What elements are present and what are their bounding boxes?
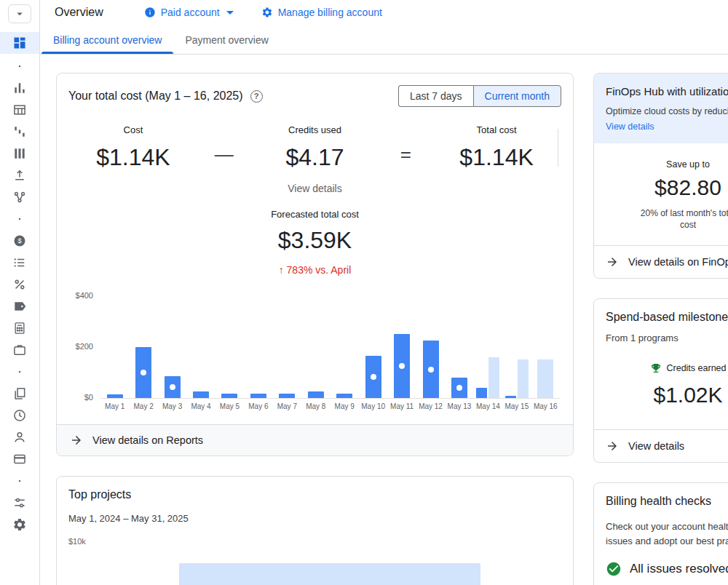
- total-value: $1.14K: [459, 144, 533, 171]
- bar-marker: [428, 367, 434, 373]
- nav-collapse-button[interactable]: [8, 4, 31, 23]
- health-checks-card: Billing health checks Check out your acc…: [593, 482, 728, 585]
- chart-column: May 4: [186, 296, 215, 414]
- cost-value: $1.14K: [96, 144, 170, 171]
- rail-item-tune[interactable]: [0, 493, 39, 512]
- content-area: Overview Paid account Manage billing acc…: [40, 0, 728, 585]
- credits-earned-row: Credits earned: [606, 362, 728, 374]
- chart-column: May 5: [215, 296, 244, 414]
- rail-item-list[interactable]: [0, 253, 39, 272]
- milestones-header: Spend-based milestones From 1 programs: [594, 299, 728, 343]
- finops-card-header: FinOps Hub with utilization insights Opt…: [594, 73, 728, 143]
- rail-item-dollar[interactable]: $: [0, 231, 39, 250]
- main-content: Your total cost (May 1 – 16, 2025) ? Las…: [40, 55, 728, 585]
- tune-icon: [12, 496, 27, 510]
- chart-column: May 6: [244, 296, 272, 414]
- bar-marker: [371, 374, 376, 380]
- credits-earned-value: $1.02K: [606, 383, 728, 407]
- rail-item-table[interactable]: [0, 100, 39, 119]
- chart-column: May 14: [474, 296, 502, 414]
- actual-bar: [336, 394, 352, 398]
- forecast-bar: [488, 357, 499, 398]
- rail-item-tag[interactable]: [0, 297, 39, 316]
- forecast-bar: [518, 359, 529, 398]
- left-nav-rail: $: [0, 0, 40, 585]
- rail-item-waterfall[interactable]: [0, 122, 39, 141]
- finops-view-details-link[interactable]: View details: [606, 122, 728, 132]
- credits-view-details-link[interactable]: View details: [288, 183, 341, 194]
- tab-payment-overview[interactable]: Payment overview: [173, 25, 280, 54]
- minus-operator: —: [210, 143, 239, 166]
- chart-column: May 7: [273, 296, 301, 414]
- rail-item-clock[interactable]: [0, 406, 39, 425]
- equals-operator: =: [391, 143, 420, 166]
- rail-item-bar-chart[interactable]: [0, 79, 39, 98]
- view-details-on-reports[interactable]: View details on Reports: [57, 424, 573, 455]
- tab-billing-account-overview[interactable]: Billing account overview: [41, 25, 173, 54]
- columns-icon: [12, 146, 27, 161]
- actual-bar: [165, 376, 181, 398]
- x-axis-label: May 3: [162, 398, 182, 414]
- forecast-bar: [537, 359, 553, 398]
- rail-item-export[interactable]: [0, 166, 39, 185]
- save-value: $82.80: [606, 175, 728, 200]
- dollar-icon: $: [12, 234, 27, 248]
- arrow-forward-icon: [606, 255, 619, 268]
- dot-icon: [15, 62, 24, 71]
- dot-icon: [15, 215, 24, 223]
- x-axis-label: May 2: [134, 398, 154, 414]
- x-axis-label: May 11: [390, 398, 414, 414]
- chevron-down-icon: [13, 7, 26, 20]
- milestones-footer-label: View details: [628, 440, 684, 452]
- percent-icon: [12, 277, 27, 292]
- dropdown-caret-icon: [226, 11, 234, 15]
- finops-footer-link[interactable]: View details on FinOps Hub: [594, 245, 728, 278]
- finops-hub-card: FinOps Hub with utilization insights Opt…: [593, 73, 728, 279]
- info-icon: [144, 7, 156, 18]
- rail-item-gear[interactable]: [0, 515, 39, 534]
- chart-baseline: [100, 398, 560, 399]
- rail-item-card[interactable]: [0, 450, 39, 469]
- help-icon[interactable]: ?: [250, 90, 263, 103]
- milestones-footer-link[interactable]: View details: [594, 429, 728, 462]
- daily-cost-plot: May 1May 2May 3May 4May 5May 6May 7May 8…: [100, 296, 560, 414]
- calculator-icon: [12, 321, 27, 335]
- gear-icon: [12, 517, 27, 532]
- arrow-forward-icon: [70, 434, 83, 447]
- x-axis-label: May 12: [419, 398, 443, 414]
- forecast-label: Forecasted total cost: [271, 209, 359, 220]
- tag-icon: [12, 299, 27, 314]
- milestones-title: Spend-based milestones: [606, 311, 728, 324]
- total-block: Total cost $1.14K: [420, 124, 573, 171]
- finops-footer-label: View details on FinOps Hub: [628, 256, 728, 268]
- rail-item-percent[interactable]: [0, 275, 39, 294]
- top-projects-ytick: $10k: [68, 537, 561, 546]
- rail-item-copy[interactable]: [0, 384, 39, 403]
- chart-column: May 1: [100, 296, 129, 414]
- manage-billing-button[interactable]: Manage billing account: [261, 7, 382, 18]
- x-axis-label: May 1: [105, 398, 124, 414]
- credits-label: Credits used: [288, 124, 341, 135]
- y-axis-label: $200: [76, 342, 93, 351]
- actual-bar: [193, 391, 209, 398]
- paid-account-dropdown[interactable]: Paid account: [144, 7, 234, 18]
- manage-billing-label: Manage billing account: [278, 7, 382, 18]
- x-axis-label: May 10: [361, 398, 385, 414]
- rail-item-briefcase[interactable]: [0, 341, 39, 359]
- last-7-days-button[interactable]: Last 7 days: [398, 85, 473, 107]
- top-projects-date-range: May 1, 2024 – May 31, 2025: [68, 513, 561, 524]
- rail-item-columns[interactable]: [0, 144, 39, 163]
- daily-cost-yaxis: $0$200$400: [66, 296, 100, 398]
- rail-item-nodes[interactable]: [0, 188, 39, 207]
- bar-chart-icon: [12, 81, 27, 95]
- dot-icon: [15, 477, 24, 485]
- current-month-button[interactable]: Current month: [473, 85, 561, 107]
- actual-bar: [451, 378, 467, 398]
- milestones-body: Credits earned $1.02K: [594, 343, 728, 429]
- y-axis-label: $400: [76, 291, 93, 300]
- rail-item-dashboard[interactable]: [0, 32, 39, 54]
- rail-item-calculator[interactable]: [0, 319, 39, 338]
- tab-bar: Billing account overview Payment overvie…: [40, 25, 728, 55]
- rail-item-person[interactable]: [0, 428, 39, 447]
- health-checks-title: Billing health checks: [606, 495, 728, 508]
